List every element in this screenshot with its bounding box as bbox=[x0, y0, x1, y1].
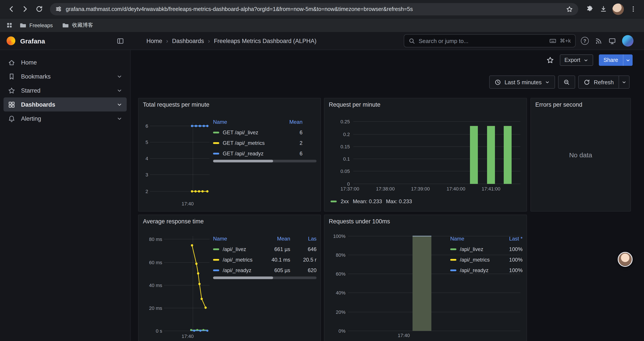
y-tick: 0% bbox=[327, 328, 346, 333]
legend-sort-mean[interactable]: Mean bbox=[274, 119, 302, 125]
series-swatch bbox=[213, 269, 219, 271]
time-range-label: Last 5 minutes bbox=[504, 79, 542, 85]
series-name[interactable]: GET /api/_metrics bbox=[223, 140, 265, 146]
bookmark-folder-freeleaps[interactable]: Freeleaps bbox=[17, 20, 56, 30]
legend-sort-last[interactable]: Last * bbox=[500, 236, 522, 242]
series-name[interactable]: /api/_readyz bbox=[460, 267, 488, 273]
extensions-icon[interactable] bbox=[582, 3, 596, 16]
bookmark-folder-blogs[interactable]: 收藏博客 bbox=[60, 20, 96, 31]
series-name[interactable]: /api/_metrics bbox=[223, 257, 252, 263]
brand-name: Grafana bbox=[20, 37, 112, 45]
address-bar[interactable] bbox=[50, 3, 578, 15]
refresh-interval-arrow[interactable] bbox=[618, 76, 629, 88]
export-button[interactable]: Export bbox=[560, 55, 593, 66]
breadcrumb-dashboards[interactable]: Dashboards bbox=[172, 38, 204, 44]
share-menu-arrow[interactable] bbox=[623, 55, 632, 66]
legend-sort-last[interactable]: Las bbox=[290, 236, 316, 242]
sidebar-item-bookmarks[interactable]: Bookmarks bbox=[4, 69, 127, 83]
series-name[interactable]: GET /api/_readyz bbox=[223, 151, 264, 157]
time-range-picker[interactable]: Last 5 minutes bbox=[489, 76, 555, 89]
kiosk-monitor-icon[interactable] bbox=[608, 37, 616, 45]
sidebar-toggle-icon[interactable] bbox=[116, 37, 124, 45]
breadcrumb-current-page: Freeleaps Metrics Dashboard (ALPHA) bbox=[214, 38, 316, 44]
screen: Freeleaps 收藏博客 Grafana Home › Dashboards bbox=[0, 0, 644, 341]
sidebar-item-starred[interactable]: Starred bbox=[4, 83, 127, 97]
sidebar-item-dashboards[interactable]: Dashboards bbox=[4, 97, 127, 112]
y-tick: 5 bbox=[138, 140, 148, 145]
site-info-icon[interactable] bbox=[55, 6, 62, 12]
legend-sort-name[interactable]: Name bbox=[213, 236, 262, 242]
chevron-down-icon[interactable] bbox=[116, 88, 122, 93]
series-last: 646 bbox=[290, 246, 316, 252]
chevron-down-icon[interactable] bbox=[116, 116, 122, 121]
chevron-down-icon[interactable] bbox=[116, 74, 122, 79]
grafana-logo[interactable] bbox=[6, 37, 15, 45]
reload-button[interactable] bbox=[32, 3, 46, 16]
legend-sort-name[interactable]: Name bbox=[213, 119, 274, 125]
legend-table: Name Mean GET /api/_livez 6 GET /api/_me… bbox=[213, 117, 316, 159]
series-name[interactable]: GET /api/_livez bbox=[223, 129, 258, 136]
chevron-down-icon[interactable] bbox=[116, 102, 122, 107]
search-box[interactable]: ⌘+k bbox=[404, 34, 576, 47]
x-tick: 17:38:00 bbox=[373, 186, 398, 191]
help-icon[interactable]: ? bbox=[581, 37, 589, 45]
search-input[interactable] bbox=[419, 38, 546, 44]
bookmark-label: Freeleaps bbox=[29, 22, 53, 28]
y-tick: 80% bbox=[327, 252, 346, 258]
url-input[interactable] bbox=[66, 6, 562, 12]
legend-scrollbar[interactable] bbox=[213, 160, 316, 162]
y-tick: 0.25 bbox=[327, 119, 350, 124]
dashboards-grid-icon bbox=[8, 101, 15, 108]
assistant-avatar[interactable] bbox=[618, 252, 632, 267]
refresh-button[interactable]: Refresh bbox=[579, 76, 618, 88]
downloads-icon[interactable] bbox=[597, 3, 610, 16]
series-name[interactable]: 2xx bbox=[341, 198, 349, 204]
favorite-star-icon[interactable] bbox=[546, 56, 554, 64]
panel-title: Total requests per minute bbox=[143, 101, 209, 108]
series-name[interactable]: /api/_livez bbox=[460, 246, 483, 252]
user-avatar[interactable] bbox=[622, 35, 634, 47]
x-tick: 17:40 bbox=[175, 333, 200, 339]
series-name[interactable]: /api/_readyz bbox=[223, 267, 252, 273]
panel-errors-per-second: Errors per second No data bbox=[530, 98, 631, 212]
breadcrumb-home[interactable]: Home bbox=[146, 38, 162, 44]
browser-menu-icon[interactable] bbox=[626, 3, 640, 16]
y-tick: 0.2 bbox=[327, 132, 350, 137]
sidebar-item-label: Home bbox=[21, 59, 37, 66]
series-name[interactable]: /api/_metrics bbox=[460, 257, 490, 263]
news-rss-icon[interactable] bbox=[595, 37, 602, 45]
apps-grid-icon[interactable] bbox=[6, 22, 13, 29]
share-label[interactable]: Share bbox=[599, 55, 623, 66]
scrollbar-thumb[interactable] bbox=[213, 160, 273, 162]
legend-row: /api/_livez 100% bbox=[450, 244, 522, 254]
search-icon bbox=[408, 38, 415, 44]
share-button[interactable]: Share bbox=[599, 55, 632, 66]
nav-sidebar: Home Bookmarks Starred bbox=[0, 50, 131, 341]
legend-row: GET /api/_readyz 6 bbox=[213, 148, 316, 159]
sidebar-item-label: Dashboards bbox=[21, 101, 55, 108]
series-swatch bbox=[213, 142, 219, 144]
series-last: 100% bbox=[500, 267, 522, 273]
bookmark-star-icon[interactable] bbox=[566, 6, 573, 13]
back-button[interactable] bbox=[4, 3, 18, 16]
y-tick: 0.15 bbox=[327, 144, 350, 149]
legend-scrollbar[interactable] bbox=[213, 276, 316, 279]
series-name[interactable]: /api/_livez bbox=[223, 246, 246, 252]
sidebar-item-home[interactable]: Home bbox=[4, 55, 127, 69]
y-tick: 20 ms bbox=[138, 305, 162, 311]
zoom-out-button[interactable] bbox=[558, 76, 576, 89]
scrollbar-thumb[interactable] bbox=[213, 276, 273, 279]
legend-row: GET /api/_livez 6 bbox=[213, 127, 316, 138]
y-tick: 3 bbox=[138, 172, 148, 177]
sidebar-item-alerting[interactable]: Alerting bbox=[4, 112, 127, 126]
panel-requests-under-100ms: Requests under 100ms 100% 80% 60% 40% 20… bbox=[324, 215, 527, 341]
legend-sort-name[interactable]: Name bbox=[450, 236, 500, 242]
series-mean: 6 bbox=[274, 151, 302, 157]
forward-button[interactable] bbox=[18, 3, 32, 16]
browser-toolbar bbox=[0, 0, 644, 18]
browser-profile-avatar[interactable] bbox=[612, 3, 624, 15]
legend-sort-mean[interactable]: Mean bbox=[262, 236, 290, 242]
x-tick: 17:40 bbox=[392, 333, 416, 338]
grafana-header: Grafana Home › Dashboards › Freeleaps Me… bbox=[0, 32, 644, 50]
breadcrumb-separator: › bbox=[208, 38, 210, 44]
